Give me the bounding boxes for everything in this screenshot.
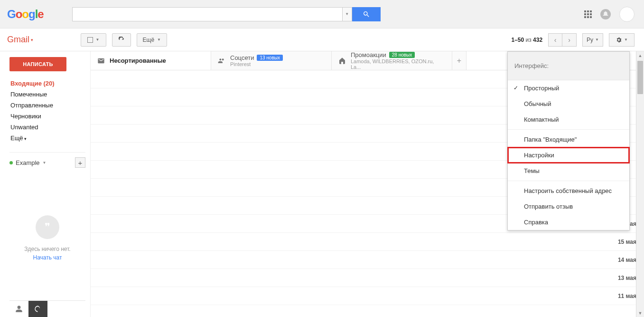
tab-badge: 13 новых [257, 55, 283, 61]
settings-menu-item[interactable]: Настройки [508, 147, 629, 163]
search-input[interactable] [72, 7, 343, 21]
tab-label: Промоакции [351, 51, 386, 58]
settings-menu-item[interactable]: Папка "Входящие" [508, 132, 629, 147]
gear-icon [616, 37, 622, 43]
settings-gear-button[interactable]: ▼ [609, 33, 635, 47]
category-tab[interactable]: Несортированные [91, 51, 211, 70]
settings-menu-item[interactable]: Настроить собственный адрес [508, 183, 629, 199]
add-tab-button[interactable]: + [452, 51, 467, 70]
input-lang-button[interactable]: Ру▼ [582, 33, 603, 47]
search-options-dropdown[interactable]: ▼ [343, 7, 352, 21]
scrollbar-thumb[interactable] [637, 61, 643, 94]
tab-label: Соцсети [230, 54, 254, 61]
settings-menu-item[interactable]: Справка [508, 214, 629, 230]
contacts-tab[interactable] [9, 301, 28, 317]
scroll-up-arrow[interactable]: ▲ [636, 51, 644, 59]
scroll-down-arrow[interactable]: ▼ [636, 309, 644, 317]
search-icon [363, 10, 370, 18]
sidebar-item[interactable]: Входящие (20) [9, 78, 85, 89]
mail-date: 15 мая [618, 239, 636, 245]
person-icon [15, 305, 23, 313]
hangouts-quote-icon: ❞ [36, 215, 59, 239]
sidebar-item[interactable]: Unwanted [9, 122, 85, 133]
pager-label: 1–50 из 432 [511, 37, 542, 43]
sidebar-item[interactable]: Отправленные [9, 100, 85, 111]
hangouts-user-row[interactable]: Example ▼ + [9, 157, 85, 168]
sidebar-item[interactable]: Помеченные [9, 89, 85, 100]
vertical-scrollbar[interactable]: ▲ ▼ [636, 51, 644, 317]
hangouts-tab[interactable] [28, 301, 47, 317]
prev-page-button[interactable]: ‹ [548, 33, 562, 47]
mail-row[interactable]: 11 мая [91, 287, 644, 305]
tab-badge: 28 новых [389, 52, 415, 58]
mail-date: 14 мая [618, 257, 636, 263]
tab-subtext: Pinterest [230, 61, 283, 67]
tab-label: Несортированные [110, 57, 166, 64]
settings-menu-item[interactable]: Компактный [508, 112, 629, 127]
refresh-icon [118, 37, 125, 43]
category-tab[interactable]: Соцсети13 новыхPinterest [211, 51, 332, 70]
refresh-button[interactable] [112, 33, 131, 47]
apps-icon[interactable] [584, 10, 592, 18]
tab-icon [97, 57, 105, 65]
hangouts-username: Example [16, 159, 40, 166]
more-button[interactable]: Ещё▼ [137, 33, 167, 47]
hangouts-icon [34, 305, 42, 313]
settings-menu-item[interactable]: Отправить отзыв [508, 199, 629, 214]
settings-dropdown: Интерфейс:ПросторныйОбычныйКомпактныйПап… [507, 51, 630, 231]
start-chat-link[interactable]: Начать чат [9, 254, 85, 261]
mail-date: 13 мая [618, 275, 636, 281]
settings-menu-item: Интерфейс: [508, 52, 629, 80]
tab-icon [338, 57, 346, 65]
sidebar-item[interactable]: Черновики [9, 111, 85, 122]
presence-dot-icon [9, 161, 13, 164]
settings-menu-item[interactable]: Обычный [508, 96, 629, 112]
settings-menu-item[interactable]: Просторный [508, 80, 629, 96]
category-tab[interactable]: Промоакции28 новыхLamoda, WILDBERRIES, O… [332, 51, 452, 70]
tab-icon [218, 57, 225, 65]
search-button[interactable] [352, 7, 381, 21]
settings-menu-item[interactable]: Темы [508, 163, 629, 179]
hangouts-empty-text: Здесь ничего нет. [9, 246, 85, 252]
notifications-icon[interactable] [600, 9, 611, 19]
mail-row[interactable]: 13 мая [91, 269, 644, 287]
sidebar-item[interactable]: Ещё [9, 133, 85, 144]
compose-button[interactable]: НАПИСАТЬ [9, 57, 66, 71]
add-contact-button[interactable]: + [75, 157, 85, 168]
gmail-dropdown[interactable]: Gmail [7, 35, 33, 45]
mail-row[interactable]: 15 мая [91, 233, 644, 251]
google-logo[interactable]: Google [7, 8, 44, 21]
mail-row[interactable]: 14 мая [91, 251, 644, 269]
select-all-button[interactable]: ▼ [81, 33, 106, 47]
mail-date: 11 мая [618, 293, 636, 299]
tab-subtext: Lamoda, WILDBERRIES, OZON.ru, La... [351, 58, 445, 70]
account-avatar[interactable] [619, 7, 635, 22]
next-page-button[interactable]: › [562, 33, 577, 47]
